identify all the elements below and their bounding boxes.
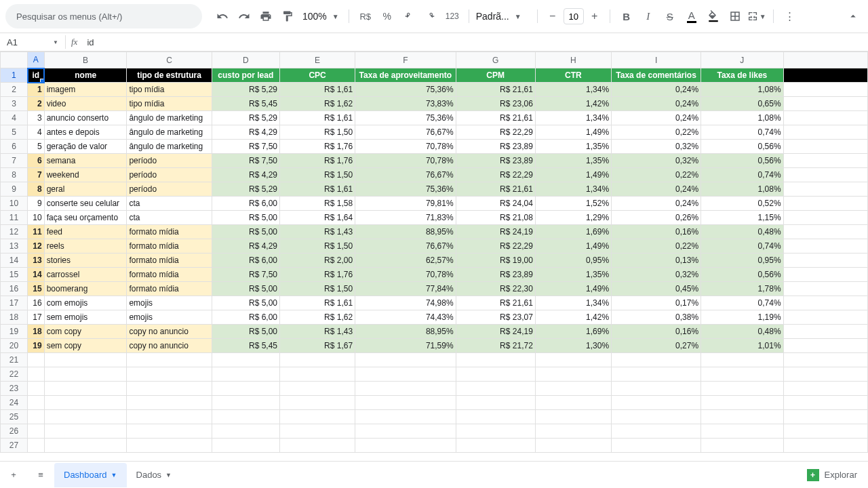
select-all-corner[interactable] (1, 52, 28, 68)
cell[interactable] (783, 353, 867, 367)
cell[interactable]: cta (127, 197, 212, 211)
cell[interactable]: 17 (28, 310, 45, 325)
cell[interactable]: 0,74% (701, 239, 784, 253)
cell[interactable]: 62,57% (355, 253, 456, 268)
cell[interactable]: R$ 22,29 (456, 168, 535, 182)
cell[interactable]: R$ 7,50 (212, 154, 279, 168)
cell[interactable]: R$ 5,00 (212, 296, 279, 310)
cell[interactable]: id (28, 68, 45, 83)
cell[interactable] (28, 410, 45, 424)
cell[interactable]: 0,95% (701, 253, 784, 268)
cell[interactable] (783, 225, 867, 239)
cell[interactable]: 10 (28, 211, 45, 225)
cell[interactable] (783, 382, 867, 396)
column-header-C[interactable]: C (127, 52, 212, 68)
cell[interactable]: 19 (28, 339, 45, 353)
cell[interactable]: 0,48% (701, 325, 784, 339)
cell[interactable]: 76,67% (355, 125, 456, 140)
cell[interactable]: 1,52% (535, 197, 611, 211)
cell[interactable] (280, 367, 355, 382)
cell[interactable]: R$ 19,00 (456, 253, 535, 268)
cell[interactable]: 0,17% (612, 296, 701, 310)
cell[interactable]: 0,52% (701, 197, 784, 211)
font-family-select[interactable]: Padrã...▼ (476, 11, 530, 22)
cell[interactable]: R$ 24,19 (456, 325, 535, 339)
cell[interactable]: 1,49% (535, 168, 611, 182)
cell[interactable] (701, 439, 784, 453)
cell[interactable]: R$ 5,29 (212, 182, 279, 197)
cell[interactable]: período (127, 182, 212, 197)
cell[interactable]: R$ 21,61 (456, 111, 535, 125)
cell[interactable] (783, 367, 867, 382)
cell[interactable]: 4 (28, 125, 45, 140)
row-header[interactable]: 26 (1, 424, 28, 439)
cell[interactable] (783, 325, 867, 339)
row-header[interactable]: 3 (1, 97, 28, 111)
row-header[interactable]: 27 (1, 439, 28, 453)
row-header[interactable]: 5 (1, 125, 28, 140)
cell[interactable]: 1,69% (535, 225, 611, 239)
row-header[interactable]: 2 (1, 83, 28, 97)
cell[interactable] (783, 439, 867, 453)
strikethrough-button[interactable]: S (660, 7, 679, 26)
row-header[interactable]: 24 (1, 396, 28, 410)
cell[interactable]: R$ 4,29 (212, 168, 279, 182)
cell[interactable]: 0,48% (701, 225, 784, 239)
cell[interactable] (783, 211, 867, 225)
paint-format-button[interactable] (278, 7, 297, 26)
cell[interactable] (535, 439, 611, 453)
cell[interactable]: período (127, 154, 212, 168)
cell[interactable]: 75,36% (355, 83, 456, 97)
cell[interactable]: 15 (28, 282, 45, 296)
cell[interactable]: R$ 5,45 (212, 97, 279, 111)
cell[interactable] (701, 424, 784, 439)
cell[interactable]: formato mídia (127, 268, 212, 282)
cell[interactable]: R$ 6,00 (212, 310, 279, 325)
cell[interactable]: R$ 24,19 (456, 225, 535, 239)
cell[interactable] (612, 424, 701, 439)
cell[interactable]: R$ 23,89 (456, 154, 535, 168)
cell[interactable] (783, 111, 867, 125)
cell[interactable]: antes e depois (44, 125, 127, 140)
cell[interactable]: 0,16% (612, 325, 701, 339)
cell[interactable]: 1,34% (535, 83, 611, 97)
cell[interactable] (44, 439, 127, 453)
cell[interactable]: geral (44, 182, 127, 197)
cell[interactable]: Taxa de aproveitamento (355, 68, 456, 83)
cell[interactable]: R$ 21,61 (456, 182, 535, 197)
cell[interactable] (456, 424, 535, 439)
cell[interactable] (280, 410, 355, 424)
cell[interactable]: 13 (28, 253, 45, 268)
cell[interactable]: 5 (28, 140, 45, 154)
cell[interactable]: R$ 1,50 (280, 239, 355, 253)
cell[interactable] (44, 424, 127, 439)
column-header-G[interactable]: G (456, 52, 535, 68)
cell[interactable]: R$ 23,07 (456, 310, 535, 325)
zoom-select[interactable]: 100%▼ (300, 11, 342, 22)
cell[interactable]: 1,29% (535, 211, 611, 225)
cell[interactable]: 8 (28, 182, 45, 197)
menu-search-input[interactable]: Pesquisar os menus (Alt+/) (5, 4, 202, 28)
cell[interactable]: R$ 4,29 (212, 239, 279, 253)
cell[interactable]: 0,56% (701, 268, 784, 282)
cell[interactable]: R$ 1,67 (280, 339, 355, 353)
cell[interactable] (783, 282, 867, 296)
cell[interactable]: 0,74% (701, 125, 784, 140)
cell[interactable] (44, 396, 127, 410)
cell[interactable] (783, 140, 867, 154)
cell[interactable] (783, 296, 867, 310)
cell[interactable]: 0,74% (701, 296, 784, 310)
cell[interactable]: R$ 1,50 (280, 282, 355, 296)
cell[interactable]: R$ 1,64 (280, 211, 355, 225)
cell[interactable]: R$ 21,72 (456, 339, 535, 353)
cell[interactable] (783, 339, 867, 353)
cell[interactable]: 0,56% (701, 154, 784, 168)
cell[interactable] (701, 410, 784, 424)
cell[interactable] (127, 439, 212, 453)
cell[interactable]: formato mídia (127, 225, 212, 239)
cell[interactable]: 11 (28, 225, 45, 239)
print-button[interactable] (256, 7, 275, 26)
cell[interactable]: com copy (44, 325, 127, 339)
cell[interactable] (612, 396, 701, 410)
cell[interactable]: R$ 4,29 (212, 125, 279, 140)
